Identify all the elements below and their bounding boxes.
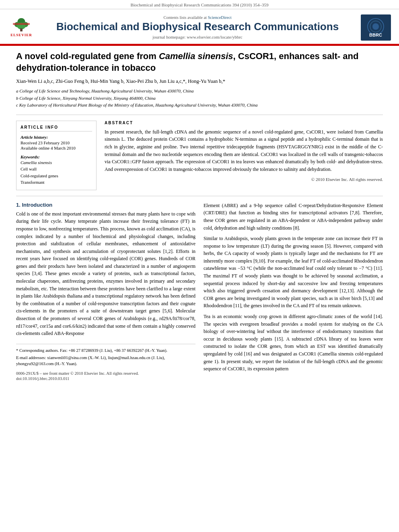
journal-name: Biochemical and Biophysical Research Com… <box>35 21 360 33</box>
authors: Xian-Wen Li a,b,c, Zhi-Guo Feng b, Hui-M… <box>16 78 383 85</box>
svg-rect-4 <box>20 29 23 32</box>
journal-logo-right: BBRC <box>360 13 392 41</box>
abstract-section: ABSTRACT In present research, the full-l… <box>105 121 383 190</box>
section1-paragraph2: Element (ABRE) and a 9-bp sequence calle… <box>204 202 383 373</box>
keywords-section: Keywords: Camellia sinensis Cell wall Co… <box>21 154 92 186</box>
keyword-4: Transformant <box>21 179 92 186</box>
bbrc-logo: BBRC <box>361 14 391 41</box>
article-title: A novel cold-regulated gene from Camelli… <box>16 51 383 74</box>
journal-homepage: journal homepage: www.elsevier.com/locat… <box>35 35 360 39</box>
keyword-1: Camellia sinensis <box>21 159 92 166</box>
article-info-abstract: ARTICLE INFO Article history: Received 2… <box>16 121 383 190</box>
issn-text: 0006-291X/$ – see front matter © 2010 El… <box>16 371 139 376</box>
elsevier-logo: ELSEVIER <box>7 16 35 39</box>
svg-point-9 <box>372 23 379 30</box>
svg-rect-5 <box>13 23 30 25</box>
article-info-box: ARTICLE INFO Article history: Received 2… <box>16 121 97 190</box>
keyword-3: Cold-regulated genes <box>21 173 92 179</box>
sciencedirect-link[interactable]: ScienceDirect <box>208 15 232 20</box>
elsevier-label: ELSEVIER <box>10 33 32 37</box>
body-right-column: Element (ABRE) and a 9-bp sequence calle… <box>204 202 383 381</box>
doi-text: doi:10.1016/j.bbrc.2010.03.011 <box>16 376 69 381</box>
affiliations: a College of Life Science and Technology… <box>16 88 383 109</box>
footnote-corresponding: * Corresponding authors. Fax: +86 27 872… <box>16 347 195 354</box>
received-date: Received 23 February 2010 <box>21 140 92 145</box>
abstract-heading: ABSTRACT <box>105 121 383 125</box>
journal-title-block: Contents lists available at ScienceDirec… <box>35 15 360 39</box>
paper-content: A novel cold-regulated gene from Camelli… <box>0 46 399 389</box>
svg-text:BBRC: BBRC <box>369 33 382 37</box>
footnote-email: E-mail addresses: xianwenli01@sina.com (… <box>16 355 195 368</box>
section1-paragraph1: Cold is one of the most important enviro… <box>16 210 195 337</box>
journal-header: ELSEVIER Contents lists available at Sci… <box>0 9 399 45</box>
abstract-text: In present research, the full-length cDN… <box>105 128 383 173</box>
body-columns: 1. Introduction Cold is one of the most … <box>16 202 383 381</box>
copyright-notice: © 2010 Elsevier Inc. All rights reserved… <box>105 177 383 182</box>
journal-header-left: ELSEVIER <box>7 16 35 39</box>
keywords-label: Keywords: <box>21 154 92 159</box>
footnote-area: * Corresponding authors. Fax: +86 27 872… <box>16 344 195 367</box>
history-label: Article history: <box>21 135 92 140</box>
bottom-bar: 0006-291X/$ – see front matter © 2010 El… <box>16 371 195 376</box>
available-date: Available online 4 March 2010 <box>21 146 92 150</box>
body-left-column: 1. Introduction Cold is one of the most … <box>16 202 195 381</box>
sciencedirect-text: Contents lists available at ScienceDirec… <box>35 15 360 20</box>
article-info-heading: ARTICLE INFO <box>21 125 92 131</box>
journal-citation: Biochemical and Biophysical Research Com… <box>0 0 399 9</box>
section1-heading: 1. Introduction <box>16 202 195 208</box>
keyword-2: Cell wall <box>21 166 92 173</box>
